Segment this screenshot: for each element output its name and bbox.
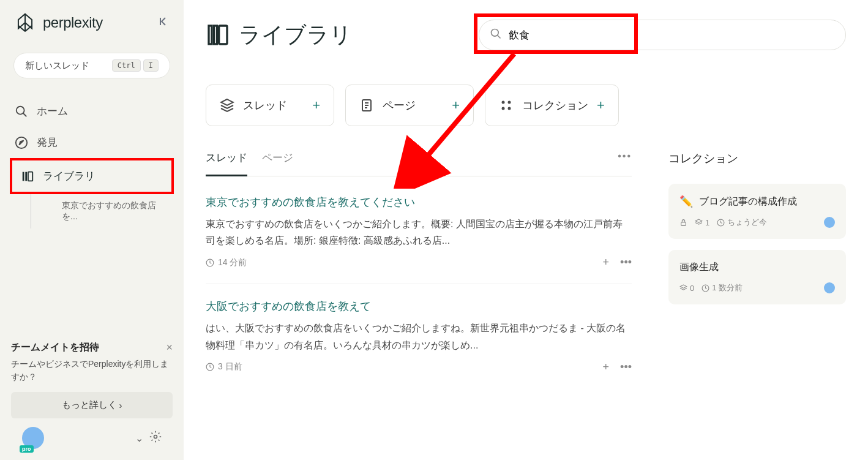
gear-icon[interactable] (149, 431, 162, 445)
thread-menu-button[interactable]: ••• (620, 361, 632, 374)
svg-point-19 (508, 107, 511, 110)
thread-title-link[interactable]: 大阪でおすすめの飲食店を教えて (206, 299, 632, 314)
svg-marker-23 (695, 219, 702, 222)
logo-text: perplexity (43, 14, 103, 31)
thread-add-button[interactable]: + (603, 361, 610, 374)
clock-icon (702, 284, 709, 292)
svg-point-0 (17, 106, 24, 114)
search-icon (15, 105, 28, 118)
add-page-button[interactable]: + (452, 97, 460, 113)
svg-rect-8 (214, 26, 217, 44)
collection-count: 0 (690, 284, 694, 293)
kbd-i: I (143, 59, 159, 72)
library-icon (21, 170, 34, 183)
add-thread-button[interactable]: + (312, 97, 320, 113)
collapse-sidebar-button[interactable] (158, 15, 170, 30)
layers-icon (695, 219, 703, 227)
invite-desc: チームやビジネスでPerplexityを利用しますか？ (11, 358, 173, 383)
page-icon (359, 98, 374, 113)
nav-library[interactable]: ライブラリ (12, 160, 171, 192)
svg-point-6 (154, 435, 157, 439)
lock-icon (679, 219, 687, 227)
clock-icon (206, 258, 214, 267)
collection-count: 1 (705, 218, 709, 227)
chevron-right-icon: › (119, 400, 122, 410)
thread-time: 3 日前 (218, 361, 242, 372)
svg-rect-5 (28, 172, 32, 181)
collection-title: 画像生成 (679, 261, 719, 274)
category-card-collections[interactable]: コレクション + (485, 85, 619, 126)
perplexity-logo-icon (13, 11, 37, 34)
category-card-pages[interactable]: ページ + (345, 85, 474, 126)
svg-rect-3 (23, 172, 24, 181)
collection-card[interactable]: ✏️ ブログ記事の構成作成 1 ちょうど今 (668, 184, 846, 239)
search-icon (490, 28, 502, 42)
svg-point-18 (502, 107, 505, 110)
svg-rect-4 (25, 172, 27, 181)
collection-avatar (824, 217, 835, 228)
collection-avatar (824, 282, 835, 293)
nav-home-label: ホーム (37, 104, 68, 118)
user-section[interactable]: pro ⌄ (11, 418, 173, 449)
nav-discover-label: 発見 (37, 135, 58, 149)
logo[interactable]: perplexity (13, 11, 103, 34)
clock-icon (717, 219, 725, 227)
invite-panel: チームメイトを招待 × チームやビジネスでPerplexityを利用しますか？ (11, 341, 173, 383)
tab-pages[interactable]: ページ (262, 151, 293, 176)
thread-menu-button[interactable]: ••• (620, 256, 632, 269)
nav-discover[interactable]: 発見 (6, 127, 178, 158)
collection-card[interactable]: 画像生成 0 1 数分前 (668, 250, 846, 304)
layers-icon (679, 284, 687, 292)
thread-add-button[interactable]: + (603, 256, 610, 269)
user-name (50, 433, 129, 443)
pencil-icon: ✏️ (679, 195, 693, 208)
kbd-ctrl: Ctrl (112, 59, 141, 72)
chevron-down-icon[interactable]: ⌄ (135, 432, 143, 444)
tab-menu-button[interactable]: ••• (618, 151, 632, 176)
add-collection-button[interactable]: + (597, 97, 605, 113)
main-content: ライブラリ スレッド + ページ + コレクション + スレッド (184, 0, 868, 460)
svg-rect-9 (219, 26, 227, 44)
avatar: pro (22, 427, 44, 449)
pro-badge: pro (20, 445, 34, 453)
invite-close-button[interactable]: × (166, 341, 173, 354)
thread-item: 東京でおすすめの飲食店を教えてください 東京でおすすめの飲食店をいくつかご紹介し… (206, 195, 632, 284)
nav-home[interactable]: ホーム (6, 96, 178, 127)
thread-description: 東京でおすすめの飲食店をいくつかご紹介します。概要: 人間国宝の店主が握る本物の… (206, 216, 632, 249)
search-input[interactable] (479, 20, 846, 50)
collection-time: ちょうど今 (727, 217, 767, 228)
thread-item: 大阪でおすすめの飲食店を教えて はい、大阪でおすすめの飲食店をいくつかご紹介しま… (206, 299, 632, 388)
svg-marker-25 (680, 285, 687, 288)
learn-more-button[interactable]: もっと詳しく › (11, 392, 173, 418)
sidebar: perplexity 新しいスレッド Ctrl I ホーム 発見 (0, 0, 184, 460)
svg-rect-22 (681, 222, 686, 225)
svg-point-10 (492, 29, 499, 37)
svg-point-17 (508, 101, 511, 104)
new-thread-button[interactable]: 新しいスレッド Ctrl I (13, 53, 170, 78)
compass-icon (15, 136, 28, 149)
sidebar-recent-thread[interactable]: 東京でおすすめの飲食店を... (31, 194, 178, 228)
page-title: ライブラリ (239, 20, 352, 50)
nav-library-label: ライブラリ (43, 169, 95, 183)
thread-description: はい、大阪でおすすめの飲食店をいくつかご紹介しますね。新世界元祖串かつだるま -… (206, 320, 632, 353)
clock-icon (206, 363, 214, 371)
invite-title: チームメイトを招待 (11, 341, 173, 354)
grid-icon (499, 98, 514, 113)
layers-icon (220, 98, 234, 113)
thread-title-link[interactable]: 東京でおすすめの飲食店を教えてください (206, 195, 632, 209)
tab-threads[interactable]: スレッド (206, 151, 247, 176)
svg-rect-7 (209, 26, 212, 44)
svg-marker-2 (19, 140, 23, 145)
collection-time: 1 数分前 (712, 282, 743, 293)
category-card-threads[interactable]: スレッド + (206, 85, 334, 126)
svg-point-16 (502, 101, 505, 104)
library-page-icon (206, 23, 230, 47)
new-thread-label: 新しいスレッド (25, 60, 106, 72)
collections-heading: コレクション (668, 151, 846, 167)
thread-time: 14 分前 (218, 257, 247, 268)
collection-title: ブログ記事の構成作成 (699, 195, 797, 208)
svg-marker-11 (221, 99, 233, 105)
